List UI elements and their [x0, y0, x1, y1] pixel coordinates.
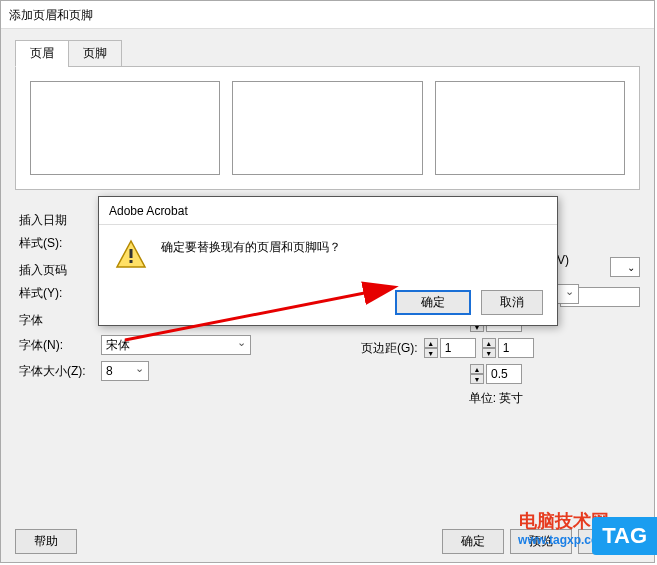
style-y-label: 样式(Y):	[15, 285, 95, 302]
spin-up-icon[interactable]: ▲	[482, 338, 496, 348]
svg-rect-2	[130, 260, 133, 263]
preview-right[interactable]	[435, 81, 625, 175]
fontsize-select[interactable]: 8	[101, 361, 149, 381]
spin-down-icon[interactable]: ▼	[424, 348, 438, 358]
left-margin-input[interactable]	[440, 338, 476, 358]
fontsize-label: 字体大小(Z):	[15, 363, 95, 380]
ok-button[interactable]: 确定	[442, 529, 504, 554]
unit-label: 单位: 英寸	[469, 390, 524, 407]
preview-center[interactable]	[232, 81, 422, 175]
warning-icon	[115, 239, 147, 271]
font-label: 字体(N):	[15, 337, 95, 354]
window-title: 添加页眉和页脚	[1, 1, 654, 29]
svg-rect-1	[130, 249, 133, 258]
confirm-ok-button[interactable]: 确定	[395, 290, 471, 315]
confirm-cancel-button[interactable]: 取消	[481, 290, 543, 315]
spin-up-icon[interactable]: ▲	[470, 364, 484, 374]
tab-strip: 页眉 页脚	[15, 40, 640, 67]
tab-footer[interactable]: 页脚	[68, 40, 122, 67]
margin-label: 页边距(G):	[361, 340, 418, 357]
tag-badge: TAG	[592, 517, 657, 555]
style-s-label: 样式(S):	[15, 235, 95, 252]
bottom-margin-spinner[interactable]: ▲▼	[470, 364, 522, 384]
bottom-margin-input[interactable]	[486, 364, 522, 384]
preview-panel	[15, 66, 640, 190]
confirm-dialog-title: Adobe Acrobat	[99, 197, 557, 225]
spin-up-icon[interactable]: ▲	[424, 338, 438, 348]
help-button[interactable]: 帮助	[15, 529, 77, 554]
right-margin-input[interactable]	[498, 338, 534, 358]
spin-down-icon[interactable]: ▼	[482, 348, 496, 358]
confirm-message: 确定要替换现有的页眉和页脚吗？	[161, 239, 341, 256]
preview-left[interactable]	[30, 81, 220, 175]
left-margin-spinner[interactable]: ▲▼	[424, 338, 476, 358]
spin-down-icon[interactable]: ▼	[470, 374, 484, 384]
tab-header[interactable]: 页眉	[15, 40, 69, 67]
right-margin-spinner[interactable]: ▲▼	[482, 338, 534, 358]
font-select[interactable]: 宋体	[101, 335, 251, 355]
confirm-dialog: Adobe Acrobat 确定要替换现有的页眉和页脚吗？ 确定 取消	[98, 196, 558, 326]
